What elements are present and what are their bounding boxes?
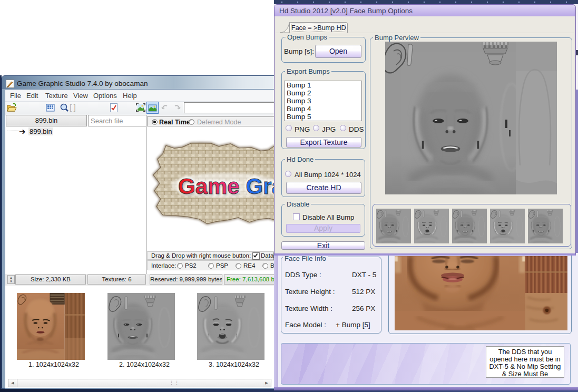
svg-text:Game Graphic: Game Graphic	[178, 174, 280, 199]
